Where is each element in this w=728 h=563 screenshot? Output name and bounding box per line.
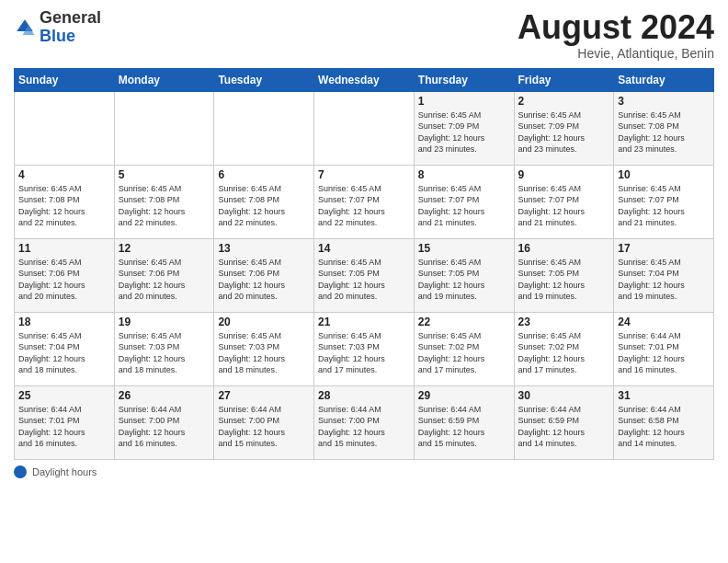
calendar-cell: 18Sunrise: 6:45 AM Sunset: 7:04 PM Dayli…	[15, 312, 115, 385]
day-info: Sunrise: 6:45 AM Sunset: 7:07 PM Dayligh…	[418, 183, 510, 229]
logo-text: General Blue	[40, 9, 101, 46]
calendar-cell: 1Sunrise: 6:45 AM Sunset: 7:09 PM Daylig…	[414, 91, 514, 165]
calendar-cell: 7Sunrise: 6:45 AM Sunset: 7:07 PM Daylig…	[314, 165, 415, 238]
day-info: Sunrise: 6:45 AM Sunset: 7:06 PM Dayligh…	[218, 257, 310, 303]
day-number: 5	[119, 168, 210, 181]
calendar-cell: 19Sunrise: 6:45 AM Sunset: 7:03 PM Dayli…	[114, 312, 214, 385]
week-row-2: 4Sunrise: 6:45 AM Sunset: 7:08 PM Daylig…	[15, 165, 714, 238]
calendar-cell: 15Sunrise: 6:45 AM Sunset: 7:05 PM Dayli…	[414, 238, 514, 312]
logo-blue: Blue	[40, 28, 101, 46]
calendar-cell: 3Sunrise: 6:45 AM Sunset: 7:08 PM Daylig…	[614, 91, 714, 165]
day-number: 23	[518, 316, 610, 328]
calendar-body: 1Sunrise: 6:45 AM Sunset: 7:09 PM Daylig…	[15, 91, 714, 459]
calendar-cell	[314, 91, 415, 165]
calendar-cell: 23Sunrise: 6:45 AM Sunset: 7:02 PM Dayli…	[514, 312, 614, 385]
header-row: SundayMondayTuesdayWednesdayThursdayFrid…	[15, 68, 714, 91]
day-info: Sunrise: 6:44 AM Sunset: 7:00 PM Dayligh…	[318, 404, 410, 450]
day-info: Sunrise: 6:45 AM Sunset: 7:06 PM Dayligh…	[18, 257, 110, 303]
calendar-cell: 16Sunrise: 6:45 AM Sunset: 7:05 PM Dayli…	[514, 238, 614, 312]
calendar-cell: 17Sunrise: 6:45 AM Sunset: 7:04 PM Dayli…	[614, 238, 714, 312]
calendar-cell: 14Sunrise: 6:45 AM Sunset: 7:05 PM Dayli…	[314, 238, 415, 312]
day-number: 15	[418, 242, 510, 255]
day-number: 22	[418, 316, 510, 328]
day-info: Sunrise: 6:45 AM Sunset: 7:03 PM Dayligh…	[119, 330, 210, 376]
calendar-cell: 31Sunrise: 6:44 AM Sunset: 6:58 PM Dayli…	[614, 385, 714, 459]
day-number: 13	[218, 242, 310, 255]
day-number: 26	[119, 389, 210, 402]
calendar-cell: 21Sunrise: 6:45 AM Sunset: 7:03 PM Dayli…	[314, 312, 415, 385]
main-title: August 2024	[518, 9, 714, 46]
day-number: 21	[318, 316, 410, 328]
calendar-cell: 24Sunrise: 6:44 AM Sunset: 7:01 PM Dayli…	[614, 312, 714, 385]
day-info: Sunrise: 6:45 AM Sunset: 7:09 PM Dayligh…	[518, 109, 610, 155]
calendar-cell: 5Sunrise: 6:45 AM Sunset: 7:08 PM Daylig…	[114, 165, 214, 238]
day-number: 14	[318, 242, 410, 255]
day-info: Sunrise: 6:44 AM Sunset: 7:00 PM Dayligh…	[218, 404, 310, 450]
day-number: 18	[18, 316, 110, 328]
logo-icon	[14, 17, 36, 39]
day-number: 10	[618, 168, 710, 181]
calendar-cell: 13Sunrise: 6:45 AM Sunset: 7:06 PM Dayli…	[214, 238, 314, 312]
day-info: Sunrise: 6:45 AM Sunset: 7:02 PM Dayligh…	[418, 330, 510, 376]
title-block: August 2024 Hevie, Atlantique, Benin	[518, 9, 714, 61]
calendar-cell	[15, 91, 115, 165]
footer: Daylight hours	[14, 465, 714, 478]
calendar-cell: 29Sunrise: 6:44 AM Sunset: 6:59 PM Dayli…	[414, 385, 514, 459]
day-header-tuesday: Tuesday	[214, 68, 314, 91]
day-info: Sunrise: 6:45 AM Sunset: 7:08 PM Dayligh…	[119, 183, 210, 229]
day-info: Sunrise: 6:45 AM Sunset: 7:07 PM Dayligh…	[618, 183, 710, 229]
day-info: Sunrise: 6:44 AM Sunset: 6:59 PM Dayligh…	[518, 404, 610, 450]
calendar-cell: 20Sunrise: 6:45 AM Sunset: 7:03 PM Dayli…	[214, 312, 314, 385]
calendar-cell: 11Sunrise: 6:45 AM Sunset: 7:06 PM Dayli…	[15, 238, 115, 312]
calendar-cell: 10Sunrise: 6:45 AM Sunset: 7:07 PM Dayli…	[614, 165, 714, 238]
logo: General Blue	[14, 9, 101, 46]
day-number: 28	[318, 389, 410, 402]
day-number: 31	[618, 389, 710, 402]
day-number: 25	[18, 389, 110, 402]
day-info: Sunrise: 6:45 AM Sunset: 7:03 PM Dayligh…	[318, 330, 410, 376]
header: General Blue August 2024 Hevie, Atlantiq…	[14, 9, 714, 61]
day-number: 19	[119, 316, 210, 328]
day-number: 29	[418, 389, 510, 402]
week-row-3: 11Sunrise: 6:45 AM Sunset: 7:06 PM Dayli…	[15, 238, 714, 312]
calendar-cell: 28Sunrise: 6:44 AM Sunset: 7:00 PM Dayli…	[314, 385, 415, 459]
day-info: Sunrise: 6:45 AM Sunset: 7:08 PM Dayligh…	[218, 183, 310, 229]
subtitle: Hevie, Atlantique, Benin	[518, 46, 714, 61]
day-number: 8	[418, 168, 510, 181]
day-number: 7	[318, 168, 410, 181]
day-header-sunday: Sunday	[15, 68, 115, 91]
day-info: Sunrise: 6:45 AM Sunset: 7:05 PM Dayligh…	[418, 257, 510, 303]
day-info: Sunrise: 6:45 AM Sunset: 7:04 PM Dayligh…	[18, 330, 110, 376]
day-info: Sunrise: 6:45 AM Sunset: 7:06 PM Dayligh…	[119, 257, 210, 303]
day-info: Sunrise: 6:45 AM Sunset: 7:08 PM Dayligh…	[618, 109, 710, 155]
day-info: Sunrise: 6:44 AM Sunset: 7:00 PM Dayligh…	[119, 404, 210, 450]
day-number: 20	[218, 316, 310, 328]
calendar-cell: 12Sunrise: 6:45 AM Sunset: 7:06 PM Dayli…	[114, 238, 214, 312]
calendar-cell: 27Sunrise: 6:44 AM Sunset: 7:00 PM Dayli…	[214, 385, 314, 459]
day-info: Sunrise: 6:45 AM Sunset: 7:05 PM Dayligh…	[518, 257, 610, 303]
day-info: Sunrise: 6:45 AM Sunset: 7:02 PM Dayligh…	[518, 330, 610, 376]
day-number: 17	[618, 242, 710, 255]
logo-general: General	[40, 9, 101, 28]
day-header-thursday: Thursday	[414, 68, 514, 91]
day-info: Sunrise: 6:44 AM Sunset: 7:01 PM Dayligh…	[18, 404, 110, 450]
day-header-monday: Monday	[114, 68, 214, 91]
day-number: 4	[18, 168, 110, 181]
day-header-wednesday: Wednesday	[314, 68, 415, 91]
day-number: 24	[618, 316, 710, 328]
calendar-header: SundayMondayTuesdayWednesdayThursdayFrid…	[15, 68, 714, 91]
calendar-cell	[114, 91, 214, 165]
day-info: Sunrise: 6:45 AM Sunset: 7:04 PM Dayligh…	[618, 257, 710, 303]
calendar-cell: 26Sunrise: 6:44 AM Sunset: 7:00 PM Dayli…	[114, 385, 214, 459]
calendar-cell: 9Sunrise: 6:45 AM Sunset: 7:07 PM Daylig…	[514, 165, 614, 238]
calendar-cell: 25Sunrise: 6:44 AM Sunset: 7:01 PM Dayli…	[15, 385, 115, 459]
daylight-icon	[14, 465, 27, 478]
day-number: 27	[218, 389, 310, 402]
day-number: 16	[518, 242, 610, 255]
calendar-cell: 4Sunrise: 6:45 AM Sunset: 7:08 PM Daylig…	[15, 165, 115, 238]
day-header-saturday: Saturday	[614, 68, 714, 91]
day-header-friday: Friday	[514, 68, 614, 91]
page: General Blue August 2024 Hevie, Atlantiq…	[0, 0, 728, 563]
day-number: 1	[418, 95, 510, 108]
day-number: 9	[518, 168, 610, 181]
